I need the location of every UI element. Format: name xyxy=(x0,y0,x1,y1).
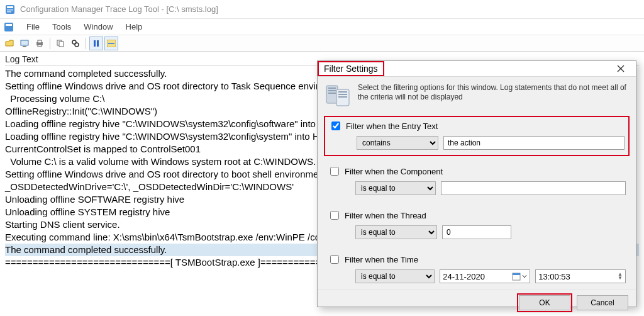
filter-time-time-input[interactable]: 13:00:53 ▲▼ xyxy=(535,269,626,283)
svg-rect-15 xyxy=(94,40,96,47)
svg-rect-20 xyxy=(328,87,336,89)
svg-rect-26 xyxy=(338,96,347,98)
filter-entry-checkbox[interactable] xyxy=(331,121,340,130)
menu-help[interactable]: Help xyxy=(119,21,149,33)
filter-thread-checkbox[interactable] xyxy=(330,211,339,220)
filter-component-checkbox[interactable] xyxy=(330,167,339,176)
svg-rect-12 xyxy=(59,42,64,47)
menubar-icon xyxy=(4,22,14,32)
filter-entry-text-block: Filter when the Entry Text contains xyxy=(324,116,630,156)
time-text: 13:00:53 xyxy=(538,272,570,281)
svg-rect-10 xyxy=(38,45,42,47)
svg-rect-28 xyxy=(513,273,520,275)
filter-settings-dialog: Filter Settings Select the filtering opt… xyxy=(317,60,636,307)
date-text: 24-11-2020 xyxy=(443,272,485,281)
computer-icon[interactable] xyxy=(18,37,31,50)
pause-icon[interactable] xyxy=(89,37,103,50)
dialog-title: Filter Settings xyxy=(318,61,384,76)
svg-rect-2 xyxy=(7,9,13,11)
menubar: File Tools Window Help xyxy=(0,19,644,35)
filter-thread-label: Filter when the Thread xyxy=(345,211,426,220)
svg-rect-6 xyxy=(21,40,28,45)
svg-rect-3 xyxy=(7,11,11,13)
svg-point-14 xyxy=(75,43,79,47)
window-title: Configuration Manager Trace Log Tool - [… xyxy=(20,4,218,14)
menu-tools[interactable]: Tools xyxy=(46,21,77,33)
svg-rect-21 xyxy=(328,90,336,91)
filter-time-date-input[interactable]: 24-11-2020 xyxy=(440,269,530,283)
find-icon[interactable] xyxy=(69,37,82,50)
close-icon[interactable] xyxy=(609,61,632,76)
window-titlebar: Configuration Manager Trace Log Tool - [… xyxy=(0,0,644,19)
svg-rect-9 xyxy=(38,40,42,43)
filter-component-label: Filter when the Component xyxy=(345,167,443,176)
filter-thread-value-input[interactable] xyxy=(442,225,511,239)
calendar-icon xyxy=(512,272,521,281)
chevron-down-icon xyxy=(522,274,527,279)
svg-rect-5 xyxy=(6,24,12,26)
filter-time-op-select[interactable]: is equal to xyxy=(355,269,435,283)
ok-button[interactable]: OK xyxy=(519,295,570,310)
highlight-icon[interactable] xyxy=(104,37,118,50)
filter-entry-value-input[interactable] xyxy=(443,136,625,150)
svg-rect-22 xyxy=(328,93,336,94)
filter-component-block: Filter when the Component is equal to xyxy=(324,162,630,200)
filter-component-op-select[interactable]: is equal to xyxy=(355,181,436,195)
menu-window[interactable]: Window xyxy=(77,21,119,33)
open-icon[interactable] xyxy=(3,37,16,50)
spinner-icon[interactable]: ▲▼ xyxy=(618,273,623,280)
svg-rect-24 xyxy=(338,91,347,93)
dialog-titlebar: Filter Settings xyxy=(318,61,636,77)
svg-rect-7 xyxy=(23,46,26,47)
dialog-info-text: Select the filtering options for this wi… xyxy=(358,83,628,102)
svg-rect-16 xyxy=(97,40,99,47)
filter-thread-op-select[interactable]: is equal to xyxy=(355,225,437,239)
filter-entry-label: Filter when the Entry Text xyxy=(346,121,438,131)
filter-time-label: Filter when the Time xyxy=(345,255,418,264)
app-icon xyxy=(5,4,15,14)
copy-icon[interactable] xyxy=(53,37,67,50)
toolbar xyxy=(0,35,644,52)
menu-file[interactable]: File xyxy=(20,21,46,33)
print-icon[interactable] xyxy=(33,37,47,50)
filter-thread-block: Filter when the Thread is equal to xyxy=(324,206,630,244)
filter-time-checkbox[interactable] xyxy=(330,255,339,264)
cancel-button[interactable]: Cancel xyxy=(577,295,628,310)
filter-time-block: Filter when the Time is equal to 24-11-2… xyxy=(324,251,630,288)
svg-rect-25 xyxy=(338,94,347,95)
toolbar-separator xyxy=(86,38,86,49)
svg-rect-1 xyxy=(7,6,13,8)
server-icon xyxy=(325,83,352,107)
dialog-button-row: OK Cancel xyxy=(318,290,636,316)
filter-entry-op-select[interactable]: contains xyxy=(357,136,438,150)
toolbar-separator xyxy=(50,38,50,49)
dialog-info: Select the filtering options for this wi… xyxy=(318,77,636,111)
svg-rect-18 xyxy=(108,43,114,44)
filter-component-value-input[interactable] xyxy=(441,181,626,195)
